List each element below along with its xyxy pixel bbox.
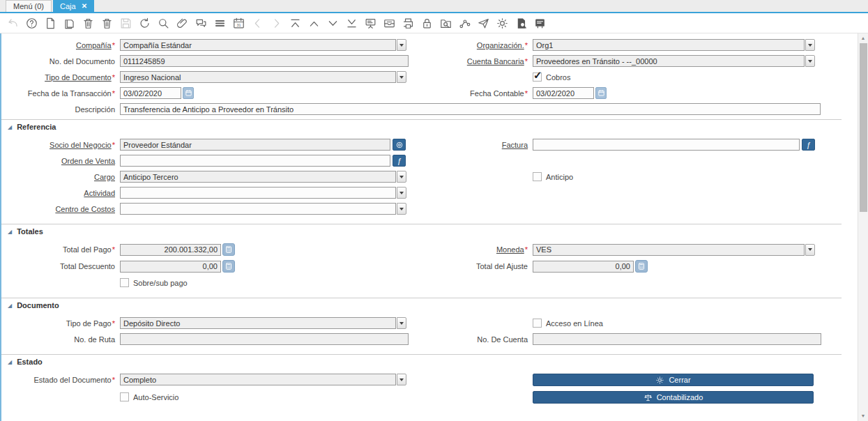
fecha-contable-input[interactable] [533,87,594,99]
dropdown-button[interactable] [397,317,406,329]
estado-documento-input[interactable] [120,374,396,385]
first-record-icon[interactable] [286,14,305,32]
total-ajuste-input[interactable] [533,261,634,273]
check-icon: ✓ [533,69,542,82]
compania-label[interactable]: Compañía [76,41,112,49]
new-record-icon[interactable] [41,14,60,32]
copy-record-icon[interactable] [60,14,79,32]
sobre-sub-pago-checkbox[interactable] [120,278,129,287]
delete-selection-icon[interactable] [98,14,116,32]
collapse-arrow-icon[interactable]: ◢ [8,124,12,130]
anticipo-checkbox[interactable] [533,172,542,181]
fecha-transaccion-input[interactable] [120,87,181,99]
dropdown-button[interactable] [397,71,406,83]
calculator-button[interactable] [635,260,648,273]
socio-negocio-input[interactable] [120,139,390,151]
dropdown-button[interactable] [805,55,815,67]
orden-venta-input[interactable] [120,155,390,167]
tab-menu[interactable]: Menú (0) [6,0,52,12]
total-descuento-input[interactable] [120,261,221,273]
centro-costos-label[interactable]: Centro de Costos [55,205,115,213]
grid-toggle-icon[interactable] [211,14,229,32]
find-icon[interactable] [154,14,173,32]
export-icon[interactable] [474,14,493,32]
total-descuento-label: Total Descuento [1,262,115,270]
cargo-input[interactable] [120,171,396,183]
scroll-down-icon[interactable]: ▼ [858,411,868,420]
dropdown-button[interactable] [805,39,815,51]
cuenta-bancaria-input[interactable] [533,55,805,67]
last-record-icon[interactable] [342,14,361,32]
previous-record-icon[interactable] [305,14,323,32]
dropdown-button[interactable] [397,171,406,183]
scroll-up-icon[interactable]: ▲ [858,33,868,43]
organizacion-label[interactable]: Organización. [477,41,524,49]
acceso-linea-checkbox[interactable] [533,319,542,328]
dropdown-button[interactable] [805,244,815,256]
close-tab-icon[interactable]: ✕ [82,2,87,10]
calculator-button[interactable] [222,243,235,256]
tab-caja[interactable]: Caja✕ [53,0,94,12]
tipo-pago-input[interactable] [120,317,396,329]
archive-icon[interactable] [380,14,399,32]
zoom-across-icon[interactable] [436,14,455,32]
actividad-label[interactable]: Actividad [84,189,115,197]
calendar-icon[interactable]: 31 [229,14,248,32]
calendar-picker-button[interactable] [183,87,194,99]
factura-label[interactable]: Factura [502,141,528,149]
no-cuenta-input[interactable] [533,333,821,345]
calculator-button[interactable] [222,260,235,273]
tipo-documento-label[interactable]: Tipo de Documento [45,73,112,82]
descripcion-input[interactable] [120,103,821,115]
socio-negocio-label[interactable]: Socio del Negocio [50,141,112,149]
total-pago-input[interactable] [120,244,221,256]
compania-input[interactable] [120,39,396,51]
help-icon[interactable] [22,14,41,32]
dropdown-button[interactable] [397,203,406,215]
business-partner-info-button[interactable] [393,139,406,151]
auto-servicio-checkbox[interactable] [120,392,129,401]
fecha-contable-label: Fecha Contable [470,89,524,98]
actividad-input[interactable] [120,187,396,199]
next-record-icon[interactable] [323,14,342,32]
order-lookup-button[interactable]: ƒ [393,155,406,167]
tab-bar: Menú (0) Caja✕ [0,0,868,13]
lock-icon[interactable] [418,14,436,32]
cargo-label[interactable]: Cargo [94,173,115,181]
calendar-picker-button[interactable] [595,87,607,99]
dropdown-button[interactable] [397,187,406,199]
moneda-input[interactable] [533,244,805,256]
no-ruta-input[interactable] [120,333,409,345]
refresh-icon[interactable] [135,14,154,32]
contabilizado-button[interactable]: Contabilizado [533,391,814,404]
centro-costos-input[interactable] [120,203,396,215]
cuenta-bancaria-label[interactable]: Cuenta Bancaria [467,57,524,66]
attachment-icon[interactable] [173,14,192,32]
factura-input[interactable] [533,139,800,151]
collapse-arrow-icon[interactable]: ◢ [8,303,12,309]
organizacion-input[interactable] [533,39,805,51]
no-documento-input[interactable] [120,55,409,67]
print-icon[interactable] [399,14,418,32]
section-documento: ◢ Documento Tipo de Pago* Acceso en Líne… [1,298,842,352]
scrollbar[interactable]: ▲ ▼ [858,33,868,421]
workflow-icon[interactable] [455,14,474,32]
report-icon[interactable] [361,14,380,32]
delete-record-icon[interactable] [79,14,98,32]
document-search-icon[interactable] [512,14,531,32]
chat-icon[interactable] [192,14,211,32]
required-marker: * [112,245,115,254]
cerrar-button[interactable]: Cerrar [533,374,814,386]
quick-form-icon[interactable] [531,14,549,32]
customize-icon[interactable] [493,14,512,32]
moneda-label[interactable]: Moneda [496,245,524,254]
dropdown-button[interactable] [397,374,406,385]
scrollbar-thumb[interactable] [860,43,867,212]
dropdown-button[interactable] [397,39,406,51]
tipo-documento-input[interactable] [120,71,396,83]
collapse-arrow-icon[interactable]: ◢ [8,359,12,365]
collapse-arrow-icon[interactable]: ◢ [8,229,12,235]
orden-venta-label[interactable]: Orden de Venta [61,157,115,165]
invoice-lookup-button[interactable]: ƒ [802,139,815,151]
cobros-checkbox[interactable]: ✓ [533,72,542,82]
